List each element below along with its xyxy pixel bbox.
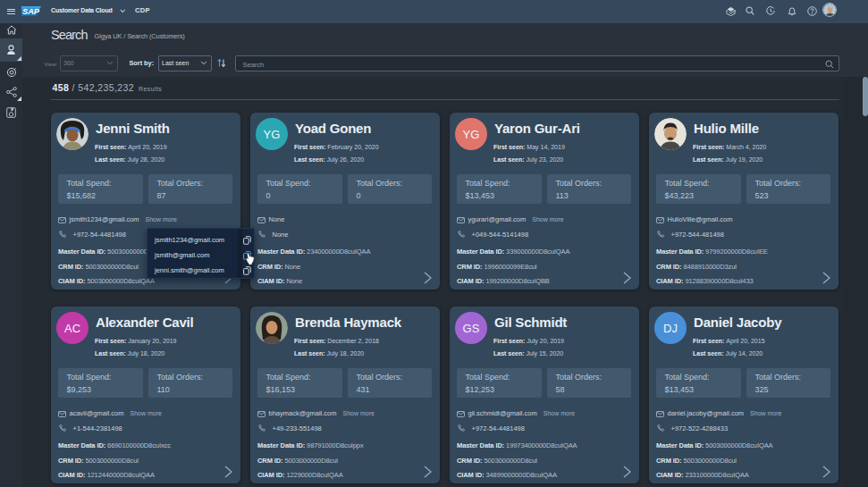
svg-text:SAP: SAP [22, 7, 40, 16]
